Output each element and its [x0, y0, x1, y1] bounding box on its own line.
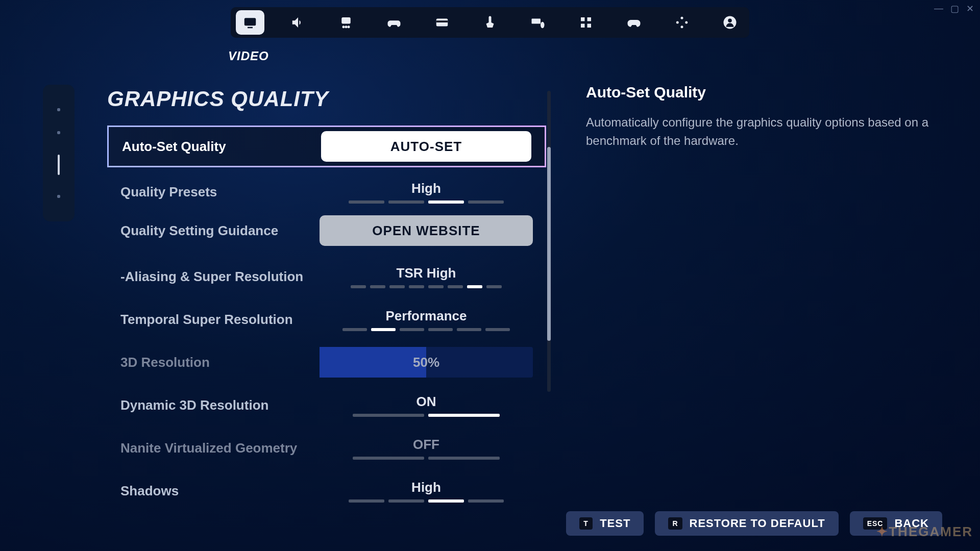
tab-game-ui[interactable] [332, 10, 360, 35]
row-quality-presets[interactable]: Quality Presets High [107, 172, 546, 211]
button-label: RESTORE TO DEFAULT [690, 517, 825, 530]
active-tab-label: VIDEO [228, 49, 269, 63]
button-label: TEST [600, 517, 630, 530]
segment-bar [351, 285, 502, 288]
value-text: High [411, 480, 441, 495]
setting-label: Auto-Set Quality [122, 139, 321, 155]
scrollbar-thumb[interactable] [547, 147, 551, 341]
segment-bar [349, 499, 504, 503]
svg-rect-8 [532, 19, 541, 24]
setting-label: Shadows [120, 483, 320, 499]
section-title: GRAPHICS QUALITY [107, 87, 546, 111]
tab-controller[interactable] [380, 10, 408, 35]
setting-value[interactable]: High [320, 181, 533, 204]
svg-rect-7 [436, 20, 448, 22]
svg-rect-13 [587, 24, 592, 28]
test-button[interactable]: T TEST [566, 511, 644, 536]
setting-label: Quality Setting Guidance [120, 223, 320, 239]
segment-bar [353, 414, 500, 417]
open-website-button[interactable]: OPEN WEBSITE [320, 215, 533, 246]
value-text: ON [416, 394, 436, 410]
row-auto-set-quality[interactable]: Auto-Set Quality AUTO-SET [107, 126, 546, 167]
value-text: Performance [386, 308, 467, 324]
setting-label: Nanite Virtualized Geometry [120, 440, 320, 456]
tab-audio[interactable] [284, 10, 312, 35]
auto-set-button[interactable]: AUTO-SET [321, 131, 531, 162]
tab-video[interactable] [236, 10, 264, 35]
watermark: ✦THEGAMER [876, 524, 973, 540]
setting-value[interactable]: TSR High [320, 265, 533, 288]
setting-value[interactable]: High [320, 480, 533, 503]
segment-bar [349, 201, 504, 204]
segment-bar [353, 457, 500, 460]
value-text: OFF [413, 437, 439, 453]
pip[interactable] [57, 131, 60, 134]
tab-cross[interactable] [668, 10, 696, 35]
svg-point-5 [348, 26, 350, 28]
svg-rect-10 [581, 17, 585, 21]
tab-touch[interactable] [476, 10, 504, 35]
tab-account[interactable] [716, 10, 744, 35]
scrollbar[interactable] [547, 91, 551, 392]
key-hint: T [579, 517, 593, 530]
segment-bar [342, 328, 510, 331]
section-pips [43, 85, 75, 221]
row-antialiasing[interactable]: -Aliasing & Super Resolution TSR High [107, 257, 546, 296]
tab-grid[interactable] [572, 10, 600, 35]
svg-point-14 [681, 17, 683, 19]
value-text: 50% [413, 355, 439, 370]
minimize-icon[interactable]: — [934, 3, 943, 14]
svg-point-19 [728, 19, 732, 23]
svg-point-3 [342, 26, 345, 28]
row-quality-guidance[interactable]: Quality Setting Guidance OPEN WEBSITE [107, 211, 546, 250]
pip-active[interactable] [58, 155, 60, 175]
svg-rect-11 [587, 17, 592, 21]
svg-point-17 [685, 21, 688, 24]
resolution-slider[interactable]: 50% [320, 347, 533, 378]
maximize-icon[interactable]: ▢ [950, 3, 959, 14]
setting-value[interactable]: ON [320, 394, 533, 417]
svg-rect-1 [248, 27, 253, 29]
row-3d-resolution[interactable]: 3D Resolution 50% [107, 343, 546, 382]
setting-label: -Aliasing & Super Resolution [120, 269, 320, 285]
row-nanite[interactable]: Nanite Virtualized Geometry OFF [107, 429, 546, 467]
window-controls: — ▢ ✕ [934, 3, 974, 14]
pip[interactable] [57, 195, 60, 198]
svg-point-16 [676, 21, 679, 24]
settings-list: GRAPHICS QUALITY Auto-Set Quality AUTO-S… [107, 87, 546, 541]
pip[interactable] [57, 108, 60, 111]
settings-tab-bar [231, 7, 749, 38]
svg-rect-2 [341, 17, 351, 24]
setting-value[interactable]: Performance [320, 308, 533, 331]
row-tsr[interactable]: Temporal Super Resolution Performance [107, 300, 546, 339]
row-shadows[interactable]: Shadows High [107, 471, 546, 510]
tab-mouse-keyboard[interactable] [524, 10, 552, 35]
svg-rect-12 [581, 24, 585, 28]
value-text: TSR High [397, 265, 456, 281]
svg-point-15 [681, 26, 683, 28]
setting-label: 3D Resolution [120, 355, 320, 370]
setting-value[interactable]: OFF [320, 437, 533, 460]
setting-label: Temporal Super Resolution [120, 312, 320, 328]
description-panel: Auto-Set Quality Automatically configure… [586, 84, 938, 150]
tab-gamepad[interactable] [620, 10, 648, 35]
svg-point-4 [345, 26, 348, 28]
svg-rect-0 [244, 18, 256, 26]
svg-point-9 [541, 22, 545, 29]
close-icon[interactable]: ✕ [966, 3, 974, 14]
key-hint: R [668, 517, 682, 530]
description-text: Automatically configure the graphics qua… [586, 113, 938, 150]
slider-fill [320, 347, 426, 378]
setting-label: Quality Presets [120, 184, 320, 200]
tab-card[interactable] [428, 10, 456, 35]
row-dynamic-3d[interactable]: Dynamic 3D Resolution ON [107, 386, 546, 424]
value-text: High [411, 181, 441, 196]
description-title: Auto-Set Quality [586, 84, 938, 101]
setting-label: Dynamic 3D Resolution [120, 397, 320, 413]
restore-default-button[interactable]: R RESTORE TO DEFAULT [655, 511, 838, 536]
